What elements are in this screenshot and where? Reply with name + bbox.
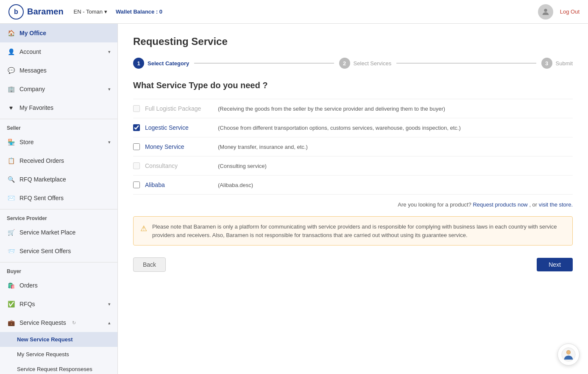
heart-icon: ♥ xyxy=(7,103,15,112)
sidebar-divider-1 xyxy=(0,119,117,119)
sidebar-item-my-office[interactable]: 🏠 My Office xyxy=(0,24,117,42)
service-option-checkbox-full_logistic[interactable] xyxy=(133,105,140,112)
step-3: 3 Submit xyxy=(541,58,573,69)
step-1-circle: 1 xyxy=(133,58,144,69)
avatar[interactable] xyxy=(538,4,553,20)
visit-store-link[interactable]: visit the store. xyxy=(539,201,573,208)
step-3-circle: 3 xyxy=(541,58,552,69)
service-option-row: Full Logistic Package(Receiving the good… xyxy=(133,99,573,118)
page-title: Requesting Service xyxy=(133,36,573,47)
svg-point-0 xyxy=(544,8,547,11)
sidebar-item-service-marketplace[interactable]: 🛒 Service Market Place xyxy=(0,223,117,242)
service-option-desc-money_service: (Money transfer, insurance and, etc.) xyxy=(218,144,308,150)
main-layout: 🏠 My Office 👤 Account ▾ 💬 Messages 🏢 Com… xyxy=(0,24,588,374)
sidebar-sub-item-service-request-responses[interactable]: Service Request Responseses xyxy=(0,362,117,374)
service-option-name-alibaba: Alibaba xyxy=(145,181,213,188)
sidebar-item-rfqs[interactable]: ✅ RFQs ▾ xyxy=(0,295,117,313)
service-option-name-full_logistic: Full Logistic Package xyxy=(145,105,213,112)
request-products-link[interactable]: Request products now xyxy=(473,201,527,208)
service-option-checkbox-alibaba[interactable] xyxy=(133,181,140,188)
sidebar-item-service-requests[interactable]: 💼 Service Requests ↻ ▴ xyxy=(0,313,117,332)
service-option-name-consultancy: Consultancy xyxy=(145,162,213,169)
company-icon: 🏢 xyxy=(7,85,15,93)
sidebar-item-store[interactable]: 🏪 Store ▾ xyxy=(0,133,117,151)
service-option-label-logistic_service[interactable]: Logestic Service(Choose from different t… xyxy=(133,124,573,131)
sidebar-item-received-orders[interactable]: 📋 Received Orders xyxy=(0,151,117,170)
service-option-label-money_service[interactable]: Money Service(Money transfer, insurance … xyxy=(133,143,573,150)
service-provider-section-label: Service Provider xyxy=(0,211,117,223)
rfqs-icon: ✅ xyxy=(7,300,15,308)
service-sent-offers-icon: 📨 xyxy=(7,247,15,255)
chevron-down-icon: ▾ xyxy=(104,8,107,15)
service-option-desc-logistic_service: (Choose from different transportation op… xyxy=(218,125,461,131)
sidebar-item-rfq-sent-offers[interactable]: ✉️ RFQ Sent Offers xyxy=(0,189,117,207)
brand-logo-icon: b xyxy=(8,4,24,20)
bottom-buttons: Back Next xyxy=(133,257,573,272)
service-option-row: Consultancy(Consulting service) xyxy=(133,156,573,176)
rfq-icon: 🔍 xyxy=(7,175,15,184)
chevron-down-icon: ▾ xyxy=(108,140,111,145)
orders-icon: 📋 xyxy=(7,156,15,165)
service-option-desc-alibaba: (Alibaba.desc) xyxy=(218,182,253,188)
logout-button[interactable]: Log Out xyxy=(560,8,580,15)
chevron-down-icon: ▾ xyxy=(108,49,111,55)
service-option-desc-consultancy: (Consulting service) xyxy=(218,163,267,169)
service-option-label-alibaba[interactable]: Alibaba(Alibaba.desc) xyxy=(133,181,573,188)
step-line-2 xyxy=(396,63,536,64)
step-2-circle: 2 xyxy=(339,58,350,69)
warning-icon: ⚠ xyxy=(140,223,147,234)
sidebar-item-company[interactable]: 🏢 Company ▾ xyxy=(0,80,117,98)
sidebar-divider-3 xyxy=(0,262,117,262)
sidebar-item-rfq-marketplace[interactable]: 🔍 RFQ Marketplace xyxy=(0,170,117,189)
sidebar-item-service-sent-offers[interactable]: 📨 Service Sent Offers xyxy=(0,242,117,260)
sidebar-item-messages[interactable]: 💬 Messages xyxy=(0,61,117,80)
service-option-row: Money Service(Money transfer, insurance … xyxy=(133,137,573,156)
brand-logo-area: b Baramen xyxy=(8,4,64,20)
step-1: 1 Select Category xyxy=(133,58,189,69)
step-line-1 xyxy=(194,63,334,64)
top-navigation: b Baramen EN - Toman ▾ Wallet Balance : … xyxy=(0,0,588,24)
sidebar-item-favorites[interactable]: ♥ My Favorites xyxy=(0,98,117,117)
seller-section-label: Seller xyxy=(0,121,117,133)
brand-name: Baramen xyxy=(27,7,64,17)
service-option-name-money_service: Money Service xyxy=(145,143,213,150)
home-icon: 🏠 xyxy=(7,29,15,37)
sidebar-item-account[interactable]: 👤 Account ▾ xyxy=(0,42,117,61)
chevron-down-icon: ▾ xyxy=(108,301,111,307)
wallet-balance: Wallet Balance : 0 xyxy=(116,8,162,15)
sidebar-sub-item-my-service-requests[interactable]: My Service Requests xyxy=(0,347,117,362)
loading-indicator: ↻ xyxy=(72,320,76,326)
service-question: What Service Type do you need ? xyxy=(133,81,573,90)
main-content: Requesting Service 1 Select Category 2 S… xyxy=(118,24,588,374)
sidebar-sub-item-new-service-request[interactable]: New Service Request xyxy=(0,332,117,347)
buyer-section-label: Buyer xyxy=(0,264,117,276)
service-option-name-logistic_service: Logestic Service xyxy=(145,124,213,131)
service-option-row: Logestic Service(Choose from different t… xyxy=(133,118,573,137)
chevron-up-icon: ▴ xyxy=(108,320,111,326)
store-icon: 🏪 xyxy=(7,138,15,146)
service-option-desc-full_logistic: (Receiving the goods from the seller by … xyxy=(218,106,445,112)
language-selector[interactable]: EN - Toman ▾ xyxy=(74,8,107,15)
account-icon: 👤 xyxy=(7,47,15,56)
product-link-row: Are you looking for a product? Request p… xyxy=(133,201,573,208)
service-options-list: Full Logistic Package(Receiving the good… xyxy=(133,99,573,195)
sidebar-item-orders[interactable]: 🛍️ Orders xyxy=(0,276,117,295)
warning-box: ⚠ Please note that Baramen is only a pla… xyxy=(133,216,573,246)
sent-offers-icon: ✉️ xyxy=(7,194,15,202)
step-2-label: Select Services xyxy=(354,60,392,67)
service-option-row: Alibaba(Alibaba.desc) xyxy=(133,176,573,195)
next-button[interactable]: Next xyxy=(537,258,573,271)
chat-widget[interactable] xyxy=(557,343,580,366)
stepper: 1 Select Category 2 Select Services 3 Su… xyxy=(133,58,573,69)
sidebar-divider-2 xyxy=(0,209,117,209)
service-option-label-consultancy[interactable]: Consultancy(Consulting service) xyxy=(133,162,573,169)
service-option-checkbox-logistic_service[interactable] xyxy=(133,124,140,131)
service-option-checkbox-money_service[interactable] xyxy=(133,143,140,150)
service-requests-icon: 💼 xyxy=(7,318,15,327)
svg-point-3 xyxy=(567,351,571,354)
service-marketplace-icon: 🛒 xyxy=(7,228,15,237)
back-button[interactable]: Back xyxy=(133,257,166,272)
service-option-checkbox-consultancy[interactable] xyxy=(133,162,140,169)
service-option-label-full_logistic[interactable]: Full Logistic Package(Receiving the good… xyxy=(133,105,573,112)
step-2: 2 Select Services xyxy=(339,58,392,69)
